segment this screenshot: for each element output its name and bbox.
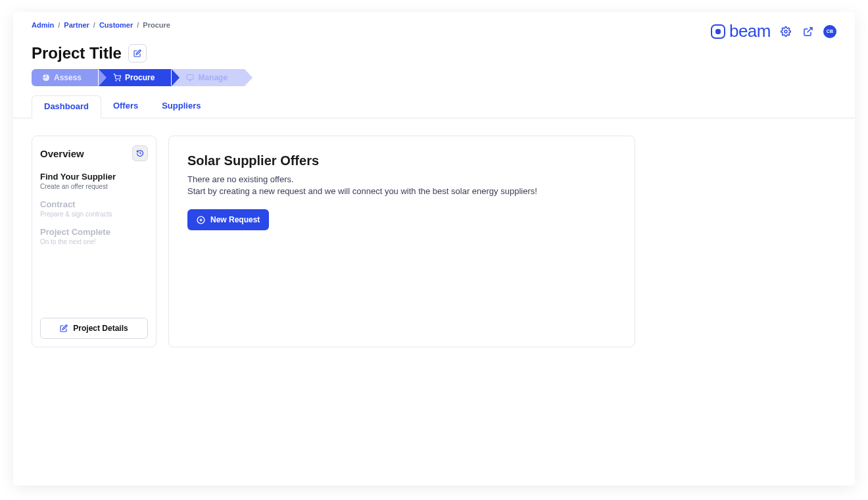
breadcrumb: Admin / Partner / Customer / Procure — [32, 21, 170, 29]
step-procure[interactable]: Procure — [99, 69, 172, 86]
tab-dashboard[interactable]: Dashboard — [32, 95, 101, 118]
breadcrumb-sep: / — [58, 21, 60, 29]
pie-chart-icon — [42, 74, 50, 82]
page-title: Project Title — [32, 44, 122, 63]
history-icon — [136, 149, 144, 157]
offers-title: Solar Supplier Offers — [187, 153, 616, 168]
tab-suppliers[interactable]: Suppliers — [150, 95, 212, 118]
project-details-button[interactable]: Project Details — [40, 318, 148, 339]
step-assess[interactable]: Assess — [32, 69, 99, 86]
breadcrumb-link-customer[interactable]: Customer — [99, 21, 133, 29]
new-request-label: New Request — [210, 215, 260, 224]
overview-step-subtitle: Create an offer request — [40, 183, 148, 190]
project-details-label: Project Details — [73, 324, 128, 333]
external-link-icon — [803, 26, 813, 37]
edit-icon — [133, 49, 141, 57]
svg-point-3 — [120, 80, 120, 81]
step-label: Assess — [54, 73, 82, 82]
overview-step-title: Find Your Supplier — [40, 172, 148, 182]
breadcrumb-link-partner[interactable]: Partner — [64, 21, 89, 29]
breadcrumb-sep: / — [93, 21, 95, 29]
plus-circle-icon — [197, 216, 205, 224]
gear-icon — [781, 26, 791, 37]
overview-step-find-supplier[interactable]: Find Your Supplier Create an offer reque… — [40, 172, 148, 190]
overview-step-title: Contract — [40, 199, 148, 209]
settings-button[interactable] — [779, 24, 793, 39]
overview-panel: Overview Find Your Supplier Create an of… — [32, 136, 157, 347]
step-label: Manage — [198, 73, 228, 82]
beam-logo-icon — [711, 24, 725, 39]
edit-title-button[interactable] — [128, 44, 147, 63]
new-request-button[interactable]: New Request — [187, 209, 269, 230]
overview-step-subtitle: Prepare & sign contracts — [40, 211, 148, 218]
overview-title: Overview — [40, 148, 84, 159]
history-button[interactable] — [132, 145, 148, 161]
offers-empty-line-2: Start by creating a new request and we w… — [187, 186, 616, 197]
step-label: Procure — [125, 73, 155, 82]
tab-bar: Dashboard Offers Suppliers — [13, 86, 855, 118]
offers-empty-line-1: There are no existing offers. — [187, 174, 616, 186]
phase-stepper: Assess Procure Manage — [13, 69, 855, 86]
svg-point-0 — [784, 30, 787, 33]
overview-step-contract: Contract Prepare & sign contracts — [40, 199, 148, 218]
overview-step-title: Project Complete — [40, 227, 148, 237]
brand-name: beam — [729, 21, 771, 41]
open-external-button[interactable] — [801, 24, 815, 39]
overview-step-complete: Project Complete On to the next one! — [40, 227, 148, 245]
breadcrumb-sep: / — [137, 21, 139, 29]
monitor-icon — [186, 74, 194, 82]
offers-panel: Solar Supplier Offers There are no exist… — [168, 136, 635, 347]
breadcrumb-link-admin[interactable]: Admin — [32, 21, 54, 29]
svg-line-1 — [808, 28, 812, 32]
svg-point-2 — [116, 80, 116, 81]
edit-icon — [60, 324, 68, 332]
overview-step-subtitle: On to the next one! — [40, 238, 148, 245]
cart-icon — [113, 74, 121, 82]
brand-logo[interactable]: beam — [711, 21, 771, 41]
tab-offers[interactable]: Offers — [101, 95, 150, 118]
user-avatar[interactable]: CB — [823, 25, 836, 38]
breadcrumb-current: Procure — [143, 21, 170, 29]
svg-rect-4 — [187, 75, 193, 80]
step-manage[interactable]: Manage — [172, 69, 245, 86]
